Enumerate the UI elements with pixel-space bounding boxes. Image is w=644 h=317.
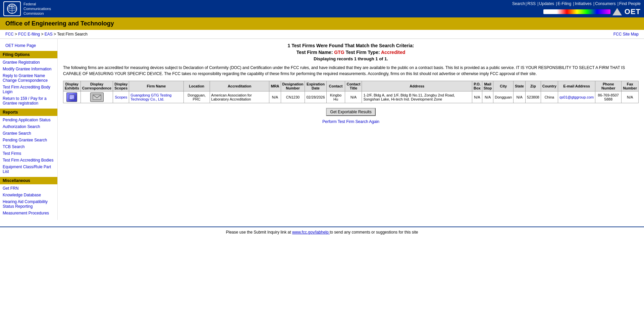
col-designation: DesignationNumber (281, 81, 305, 91)
breadcrumb-efiling[interactable]: FCC E-filing (18, 32, 40, 37)
cell-phone: 86-769-8507 5888 (595, 91, 622, 103)
cell-address: 1-2/F, Bldg A, and 1/F, Bldg B No.11, Zo… (362, 91, 472, 103)
sidebar-test-firm-login[interactable]: Test Firm Accrediting Body Login (0, 84, 57, 95)
nav-consumers[interactable]: Consumers (595, 1, 615, 6)
correspondence-icon (90, 92, 104, 102)
cell-mra: N/A (269, 91, 281, 103)
sidebar-knowledge-db[interactable]: Knowledge Database (0, 192, 57, 198)
fcc-logo: FCC Federal Communications Commission (3, 1, 51, 16)
col-fax: FaxNumber (622, 81, 639, 91)
breadcrumb-eas[interactable]: EAS (45, 32, 53, 37)
triangle-icon (612, 8, 622, 15)
sidebar-section-misc: Miscellaneous Get FRN Knowledge Database… (0, 177, 57, 216)
sidebar-misc-header: Miscellaneous (0, 177, 57, 184)
sidebar-auth-search[interactable]: Authorization Search (0, 123, 57, 130)
site-map-link-container: FCC Site Map (613, 32, 639, 37)
nav-updates[interactable]: Updates (539, 1, 554, 6)
sidebar-tcb-search[interactable]: TCB Search (0, 143, 57, 150)
sidebar-home-link[interactable]: OET Home Page (3, 42, 55, 49)
sidebar-pending-app[interactable]: Pending Application Status (0, 117, 57, 123)
email-link[interactable]: qs01@gtggroup.com (559, 95, 594, 99)
sidebar-measurement[interactable]: Measurement Procedures (0, 210, 57, 216)
cell-fax: N/A (622, 91, 639, 103)
nav-findpeople[interactable]: Find People (619, 1, 641, 6)
table-row: Scopes Guangdong GTG Testing Technology … (63, 91, 639, 103)
col-display-scopes: DisplayScopes (113, 81, 129, 91)
col-expiration: ExpirationDate (305, 81, 326, 91)
oet-logo-area: OET (543, 7, 641, 16)
scopes-link[interactable]: Scopes (115, 95, 127, 99)
col-display-correspondence: DisplayCorrespondence (80, 81, 113, 91)
breadcrumb-bar: FCC > FCC E-filing > EAS > Test Firm Sea… (0, 30, 644, 39)
col-phone: PhoneNumber (595, 81, 622, 91)
cell-scopes: Scopes (113, 91, 129, 103)
col-city: City (493, 81, 514, 91)
results-header: 1 Test Firms Were Found That Match the S… (63, 43, 639, 61)
oet-title: Office of Engineering and Technology (5, 20, 114, 27)
cell-designation: CN1230 (281, 91, 305, 103)
col-mailstop: MailStop (482, 81, 493, 91)
col-pobox: P.O.Box (472, 81, 482, 91)
sidebar: OET Home Page Filing Options Grantee Reg… (0, 39, 58, 220)
sidebar-test-firms[interactable]: Test Firms (0, 150, 57, 157)
firm-name-label: Test Firm Name: (297, 50, 333, 55)
nav-search[interactable]: Search (512, 1, 525, 6)
cell-firm-name: Guangdong GTG Testing Technology Co., Lt… (129, 91, 183, 103)
display-line: Displaying records 1 through 1 of 1. (63, 56, 639, 61)
cell-accreditation: American Association for Laboratory Accr… (210, 91, 269, 103)
sidebar-grantee-search[interactable]: Grantee Search (0, 130, 57, 137)
results-firm-info: Test Firm Name: GTG Test Firm Type: Accr… (63, 50, 639, 55)
col-contact: Contact (326, 81, 345, 91)
svg-rect-7 (70, 96, 74, 96)
col-address: Address (362, 81, 472, 91)
cell-country: China (541, 91, 558, 103)
footer-text-after: to send any comments or suggestions for … (330, 230, 418, 235)
col-display-exhibits: DisplayExhibits (63, 81, 81, 91)
sidebar-reports-header: Reports (0, 109, 57, 116)
get-exportable-button[interactable]: Get Exportable Results (326, 108, 375, 116)
nav-efiling[interactable]: E-Filing (558, 1, 572, 6)
top-nav-links: Search | RSS | Updates | E-Filing | Init… (512, 1, 641, 16)
oet-header: Office of Engineering and Technology (0, 17, 644, 30)
col-accreditation: Accreditation (210, 81, 269, 91)
footer: Please use the Submit Inquiry link at ww… (0, 227, 644, 237)
svg-rect-8 (70, 97, 74, 98)
cell-pobox: N/A (472, 91, 482, 103)
perform-search-link[interactable]: Perform Test Firm Search Again (63, 119, 639, 124)
firm-name-value: GTG (334, 50, 344, 55)
sidebar-pending-grantee[interactable]: Pending Grantee Search (0, 137, 57, 143)
fcc-logo-icon: FCC (3, 1, 21, 16)
rainbow-bar (543, 9, 610, 14)
top-bar: FCC Federal Communications Commission Se… (0, 0, 644, 17)
firm-type-label: Test Firm Type: (345, 50, 380, 55)
nav-initiatives[interactable]: Initiatives (575, 1, 592, 6)
sidebar-get-frn[interactable]: Get FRN (0, 185, 57, 192)
breadcrumb: FCC > FCC E-filing > EAS > Test Firm Sea… (5, 32, 88, 37)
breadcrumb-fcc[interactable]: FCC (5, 32, 14, 37)
footer-link[interactable]: www.fcc.gov/labhelp (292, 230, 330, 235)
cell-exhibits (63, 91, 81, 103)
sidebar-reply-grantee[interactable]: Reply to Grantee Name Change Corresponde… (0, 72, 57, 84)
footer-text: Please use the Submit Inquiry link at (226, 230, 292, 235)
sidebar-grantee-registration[interactable]: Grantee Registration (0, 59, 57, 66)
svg-rect-9 (70, 98, 72, 99)
firm-name-link[interactable]: Guangdong GTG Testing Technology Co., Lt… (130, 93, 171, 101)
sidebar-return-159[interactable]: Return to 159 / Pay for a Grantee regist… (0, 95, 57, 107)
sidebar-test-firm-bodies[interactable]: Test Firm Accrediting Bodies (0, 157, 57, 164)
sidebar-hearing-aid[interactable]: Hearing Aid Compatibility Status Reporti… (0, 198, 57, 210)
cell-email: qs01@gtggroup.com (558, 91, 595, 103)
breadcrumb-current: Test Firm Search (57, 32, 88, 37)
site-map-link[interactable]: FCC Site Map (613, 32, 639, 37)
cell-mailstop: N/A (482, 91, 493, 103)
cell-contact: Kingbo Hu (326, 91, 345, 103)
nav-rss[interactable]: RSS (527, 1, 536, 6)
exhibits-icon (66, 92, 77, 102)
action-buttons: Get Exportable Results Perform Test Firm… (63, 107, 639, 124)
results-title: 1 Test Firms Were Found That Match the S… (63, 43, 639, 48)
sidebar-equipment-class[interactable]: Equipment Class/Rule Part List (0, 164, 57, 175)
sidebar-modify-grantee[interactable]: Modify Grantee Information (0, 66, 57, 72)
oet-text: OET (625, 7, 641, 16)
cell-state: N/A (514, 91, 526, 103)
col-zip: Zip (526, 81, 541, 91)
description-text: The following firms are accredited for m… (63, 65, 639, 77)
